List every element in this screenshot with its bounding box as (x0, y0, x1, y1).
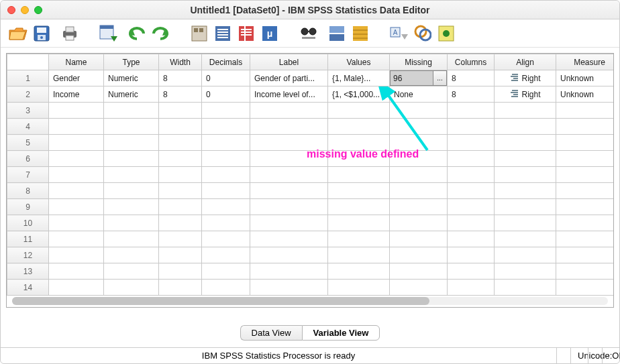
table-row[interactable]: 2IncomeNumeric80Income level of...{1, <$… (7, 86, 615, 103)
cell-align[interactable]: Right (495, 86, 556, 103)
table-row-empty[interactable]: 6 (7, 151, 615, 167)
table-row-empty[interactable]: 9 (7, 199, 615, 215)
save-button[interactable] (31, 23, 52, 44)
variables-button[interactable] (236, 23, 257, 44)
select-cases-button[interactable]: A (389, 23, 410, 44)
value-labels-button[interactable] (412, 23, 433, 44)
col-name[interactable]: Name (49, 54, 104, 70)
col-type[interactable]: Type (104, 54, 159, 70)
missing-dialog-button[interactable]: ... (433, 70, 447, 86)
cell-values[interactable]: {1, Male}... (328, 70, 390, 86)
cell-missing[interactable]: None (390, 86, 448, 103)
row-number[interactable]: 11 (7, 231, 49, 247)
svg-rect-1 (37, 27, 46, 33)
tab-data-view[interactable]: Data View (240, 325, 302, 341)
align-right-icon (509, 89, 519, 99)
svg-rect-26 (307, 31, 310, 32)
row-number[interactable]: 7 (7, 167, 49, 183)
table-row-empty[interactable]: 13 (7, 263, 615, 280)
svg-rect-5 (66, 27, 74, 32)
col-width[interactable]: Width (159, 54, 202, 70)
col-align[interactable]: Align (495, 54, 556, 70)
svg-rect-14 (217, 32, 228, 33)
cell-width[interactable]: 8 (159, 86, 202, 103)
missing-value-input[interactable]: 96 (390, 70, 433, 86)
weight-cases-button[interactable] (350, 23, 371, 44)
svg-rect-10 (194, 28, 198, 32)
row-number[interactable]: 3 (7, 103, 49, 119)
table-row-empty[interactable]: 11 (7, 231, 615, 247)
toolbar: μ A (1, 19, 619, 48)
scrollbar-thumb[interactable] (12, 297, 429, 305)
variable-grid[interactable]: Name Type Width Decimals Label Values Mi… (6, 53, 614, 308)
close-icon[interactable] (7, 6, 15, 14)
svg-rect-18 (241, 29, 252, 30)
cell-type[interactable]: Numeric (104, 86, 159, 103)
split-file-button[interactable] (326, 23, 348, 44)
recall-dialog-button[interactable] (98, 23, 119, 44)
table-row-empty[interactable]: 4 (7, 119, 615, 135)
row-number[interactable]: 8 (7, 183, 49, 199)
col-decimals[interactable]: Decimals (202, 54, 250, 70)
use-variable-sets-button[interactable] (435, 23, 457, 44)
goto-case-button[interactable] (189, 23, 210, 44)
minimize-icon[interactable] (21, 6, 29, 14)
svg-rect-16 (217, 37, 228, 38)
cell-columns[interactable]: 8 (448, 86, 495, 103)
row-number[interactable]: 4 (7, 119, 49, 135)
row-number[interactable]: 13 (7, 263, 49, 280)
svg-rect-20 (241, 34, 252, 36)
cell-type[interactable]: Numeric (104, 70, 159, 86)
row-number[interactable]: 5 (7, 135, 49, 151)
redo-button[interactable] (150, 23, 171, 44)
status-unicode: Unicode:ON (570, 348, 588, 363)
status-processor: IBM SPSS Statistics Processor is ready (1, 348, 556, 363)
undo-button[interactable] (126, 23, 148, 44)
cell-measure[interactable]: Unknown (556, 86, 615, 103)
cell-missing[interactable]: 96... (390, 70, 448, 86)
cell-name[interactable]: Income (49, 86, 104, 103)
table-row-empty[interactable]: 8 (7, 183, 615, 199)
row-number[interactable]: 6 (7, 151, 49, 167)
col-columns[interactable]: Columns (448, 54, 495, 70)
table-row-empty[interactable]: 12 (7, 247, 615, 263)
row-number[interactable]: 2 (7, 86, 49, 103)
cell-measure[interactable]: Unknown (556, 70, 615, 86)
cell-label[interactable]: Income level of... (250, 86, 328, 103)
cell-columns[interactable]: 8 (448, 70, 495, 86)
cell-decimals[interactable]: 0 (202, 86, 250, 103)
cell-name[interactable]: Gender (49, 70, 104, 86)
cell-label[interactable]: Gender of parti... (250, 70, 328, 86)
row-number[interactable]: 10 (7, 215, 49, 231)
cell-align[interactable]: Right (495, 70, 556, 86)
table-row-empty[interactable]: 7 (7, 167, 615, 183)
run-descriptives-button[interactable]: μ (259, 23, 280, 44)
print-button[interactable] (59, 23, 81, 44)
tab-variable-view[interactable]: Variable View (302, 325, 380, 341)
cell-decimals[interactable]: 0 (202, 70, 250, 86)
titlebar: Untitled1 [DataSet0] - IBM SPSS Statisti… (1, 1, 619, 19)
col-values[interactable]: Values (328, 54, 390, 70)
table-row-empty[interactable]: 14 (7, 280, 615, 296)
row-number[interactable]: 1 (7, 70, 49, 86)
row-number[interactable]: 9 (7, 199, 49, 215)
cell-values[interactable]: {1, <$1,000... (328, 86, 390, 103)
svg-rect-17 (239, 26, 254, 41)
table-row-empty[interactable]: 5 (7, 135, 615, 151)
open-button[interactable] (7, 23, 29, 44)
table-row-empty[interactable]: 3 (7, 103, 615, 119)
find-button[interactable] (298, 23, 319, 44)
zoom-icon[interactable] (34, 6, 42, 14)
col-label[interactable]: Label (250, 54, 328, 70)
goto-variable-button[interactable] (212, 23, 234, 44)
col-measure[interactable]: Measure (556, 54, 615, 70)
cell-width[interactable]: 8 (159, 70, 202, 86)
col-missing[interactable]: Missing (390, 54, 448, 70)
svg-rect-21 (244, 26, 246, 41)
horizontal-scrollbar[interactable] (12, 297, 608, 305)
row-number[interactable]: 14 (7, 280, 49, 296)
table-row[interactable]: 1GenderNumeric80Gender of parti...{1, Ma… (7, 70, 615, 86)
table-row-empty[interactable]: 10 (7, 215, 615, 231)
row-number[interactable]: 12 (7, 247, 49, 263)
window-title: Untitled1 [DataSet0] - IBM SPSS Statisti… (7, 5, 613, 15)
